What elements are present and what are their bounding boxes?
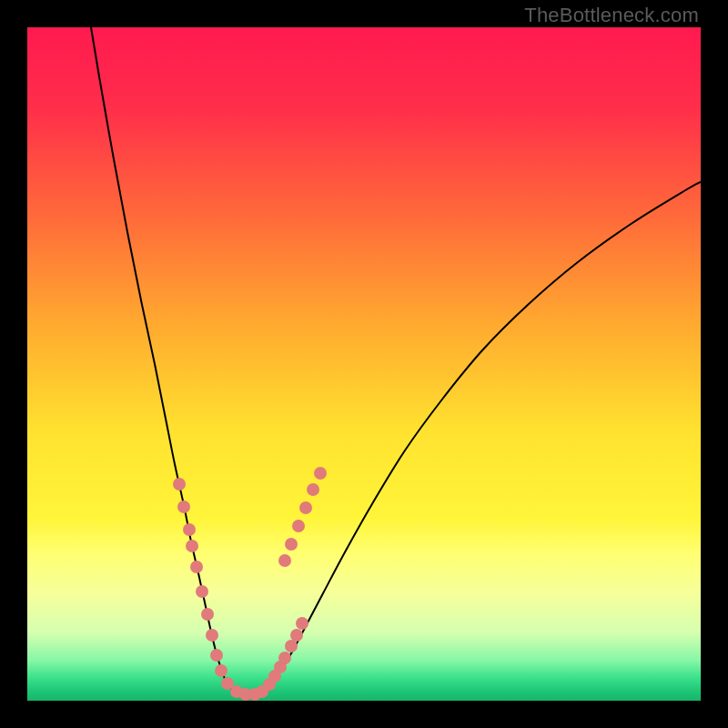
outer-frame: TheBottleneck.com xyxy=(0,0,728,728)
data-point-dot xyxy=(201,608,214,621)
data-point-dot xyxy=(296,617,308,630)
watermark-text: TheBottleneck.com xyxy=(524,4,699,27)
data-point-dot xyxy=(215,664,228,677)
data-point-dot xyxy=(196,585,208,598)
data-point-dot xyxy=(210,649,223,662)
data-point-dot xyxy=(314,467,327,480)
data-point-dot xyxy=(278,652,291,664)
data-point-dot xyxy=(206,629,218,642)
data-point-dot xyxy=(177,500,190,513)
data-point-dot xyxy=(299,501,312,514)
data-point-dot xyxy=(173,478,186,490)
data-point-dot xyxy=(307,483,319,496)
data-point-dot xyxy=(292,520,305,532)
bottleneck-curve xyxy=(27,27,701,701)
data-point-dot xyxy=(186,540,198,552)
plot-area xyxy=(27,27,701,701)
data-point-dot xyxy=(183,523,196,536)
data-point-dot xyxy=(190,561,203,573)
data-point-dot xyxy=(290,629,303,642)
data-point-dot xyxy=(285,640,298,652)
data-point-dot xyxy=(278,554,291,567)
data-point-dot xyxy=(285,538,298,551)
